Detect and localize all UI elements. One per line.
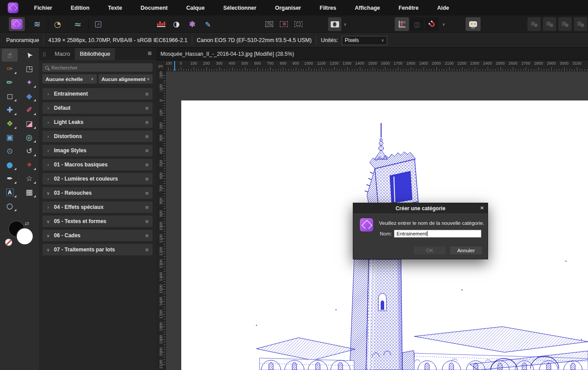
chevron-down-icon[interactable]: ∨ <box>42 247 54 252</box>
category-distortions[interactable]: ›Distortions≡ <box>42 131 153 142</box>
star-tool[interactable]: ☆ <box>21 172 37 185</box>
menu-fichier[interactable]: Fichier <box>25 5 61 11</box>
panel-drag-handle[interactable]: || <box>43 51 46 57</box>
burn-tool[interactable]: ✶ <box>21 158 37 171</box>
category-image-styles[interactable]: ›Image Styles≡ <box>42 145 153 156</box>
menu-calque[interactable]: Calque <box>177 5 214 11</box>
menu-texte[interactable]: Texte <box>99 5 131 11</box>
tab-macro[interactable]: Macro <box>50 48 75 60</box>
text-tool[interactable]: A <box>2 186 18 199</box>
assistant-button[interactable] <box>466 17 481 31</box>
export-persona-button[interactable]: ↗ <box>90 17 106 31</box>
app-logo-icon[interactable] <box>8 3 18 13</box>
healing-tool[interactable]: ✚ <box>2 104 18 116</box>
menu-se-lectionner[interactable]: Sélectionner <box>214 5 266 11</box>
selection-brush-tool[interactable]: ✏ <box>2 76 18 89</box>
chevron-right-icon[interactable]: › <box>42 120 54 125</box>
menu-affichage[interactable]: Affichage <box>346 5 389 11</box>
hand-tool[interactable]: ☝ <box>2 49 18 62</box>
boolean-add-button[interactable] <box>527 17 541 31</box>
dialog-title-bar[interactable]: Créer une catégorie × <box>353 203 488 213</box>
category-name-input[interactable]: Entrainement <box>394 230 481 238</box>
category-menu-icon[interactable]: ≡ <box>145 218 149 225</box>
auto-contrast-button[interactable]: ◑ <box>169 17 183 31</box>
category-02-lumie-res-et-couleurs[interactable]: ›02 - Lumières et couleurs≡ <box>42 173 153 185</box>
menu-filtres[interactable]: Filtres <box>310 5 346 11</box>
category-menu-icon[interactable]: ≡ <box>145 162 149 168</box>
category-menu-icon[interactable]: ≡ <box>145 147 149 154</box>
category-entrainement[interactable]: ›Entrainement≡ <box>42 88 153 100</box>
category-menu-icon[interactable]: ≡ <box>145 105 149 112</box>
category-07-traitements-par-lots[interactable]: ∨07 - Traitements par lots≡ <box>42 244 153 255</box>
auto-colours-button[interactable]: ✱ <box>185 17 199 31</box>
category-light-leaks[interactable]: ›Light Leaks≡ <box>42 116 153 128</box>
liquify-persona-button[interactable]: ≋ <box>29 17 45 31</box>
zoom-tool[interactable]: ○ <box>2 200 18 212</box>
alignment-select[interactable]: Aucun alignement∨ <box>99 74 153 84</box>
move-tool[interactable]: ➤ <box>21 49 37 62</box>
snapping-magnet-button[interactable] <box>425 17 439 31</box>
category-menu-icon[interactable]: ≡ <box>145 232 149 239</box>
no-colour-swatch[interactable] <box>5 239 12 246</box>
chevron-right-icon[interactable]: › <box>42 205 54 210</box>
menu-aide[interactable]: Aide <box>428 5 458 11</box>
ruler-unit-corner[interactable]: px <box>156 60 166 71</box>
boolean-subtract-button[interactable] <box>543 17 556 31</box>
category-menu-icon[interactable]: ≡ <box>145 190 149 197</box>
category-menu-icon[interactable]: ≡ <box>145 176 149 182</box>
category-menu-icon[interactable]: ≡ <box>145 204 149 211</box>
category-de-faut[interactable]: ›Défaut≡ <box>42 102 153 114</box>
develop-persona-button[interactable]: ◔ <box>50 17 65 31</box>
chevron-right-icon[interactable]: › <box>42 148 54 153</box>
horizontal-ruler[interactable]: -100010020030040050060070080090010001100… <box>166 60 588 71</box>
tab-bibliotheque[interactable]: Bibliothèque <box>75 48 115 60</box>
close-icon[interactable]: × <box>480 204 484 211</box>
colour-picker-tool[interactable]: ✑ <box>2 62 18 75</box>
snapping-dropdown-button[interactable]: ∨ <box>440 17 447 31</box>
chevron-down-icon[interactable]: ∨ <box>42 219 54 224</box>
menu-organiser[interactable]: Organiser <box>266 5 310 11</box>
force-pixel-alignment-button[interactable] <box>395 17 409 31</box>
vertical-ruler[interactable]: -200-10001002003004005006007008009001000… <box>156 71 166 370</box>
mesh-tool[interactable]: ▦ <box>21 186 37 199</box>
cancel-button[interactable]: Annuler <box>450 247 482 254</box>
chevron-right-icon[interactable]: › <box>42 92 54 96</box>
menu-fene-tre[interactable]: Fenêtre <box>389 5 428 11</box>
swap-colours-icon[interactable]: ⇄ <box>25 220 29 227</box>
menu-document[interactable]: Document <box>131 5 177 11</box>
background-colour-swatch[interactable] <box>17 228 33 244</box>
category-menu-icon[interactable]: ≡ <box>145 247 149 253</box>
panel-menu-icon[interactable]: ≡ <box>148 50 152 58</box>
category-05-textes-et-formes[interactable]: ∨05 - Textes et formes≡ <box>42 216 153 227</box>
menu-edition[interactable]: Edition <box>61 5 99 11</box>
category-menu-icon[interactable]: ≡ <box>145 133 149 140</box>
scale-select[interactable]: Aucune échelle∨ <box>42 74 97 84</box>
eraser-tool[interactable]: ◪ <box>21 117 37 130</box>
clone-stamp-tool[interactable]: ⊙ <box>2 145 18 158</box>
deselect-button[interactable]: × <box>277 17 290 31</box>
tone-mapping-persona-button[interactable]: ≈ <box>70 17 86 31</box>
picture-tool[interactable]: ▣ <box>2 131 18 144</box>
paintbrush-tool[interactable]: ✐ <box>21 104 37 116</box>
pen-tool[interactable]: ✒ <box>2 172 18 185</box>
colour-replacement-tool[interactable]: ❖ <box>2 117 18 130</box>
mask-button[interactable] <box>328 17 341 31</box>
photo-persona-button[interactable] <box>9 17 25 31</box>
marquee-tool[interactable]: ◻ <box>2 90 18 103</box>
move-by-whole-pixels-button[interactable]: ◫ <box>410 17 424 31</box>
category-03-retouches[interactable]: ∨03 - Retouches≡ <box>42 187 153 199</box>
chevron-down-icon[interactable]: ∨ <box>42 191 54 196</box>
selection-frame-button[interactable] <box>292 17 305 31</box>
chevron-right-icon[interactable]: › <box>42 106 54 111</box>
blue-magnifier-tool[interactable]: ◎ <box>21 131 37 144</box>
blur-tool[interactable]: ● <box>2 158 18 171</box>
auto-white-balance-button[interactable]: ✐ <box>200 17 214 31</box>
chevron-right-icon[interactable]: › <box>42 162 54 167</box>
crop-tool[interactable]: ◳ <box>21 62 37 75</box>
category-menu-icon[interactable]: ≡ <box>145 119 149 126</box>
ok-button[interactable]: OK <box>414 247 446 254</box>
chevron-down-icon[interactable]: ∨ <box>42 233 54 238</box>
boolean-intersect-button[interactable] <box>558 17 572 31</box>
category-04-effets-spe-ciaux[interactable]: ›04 - Effets spéciaux≡ <box>42 201 153 213</box>
chevron-right-icon[interactable]: › <box>42 134 54 139</box>
